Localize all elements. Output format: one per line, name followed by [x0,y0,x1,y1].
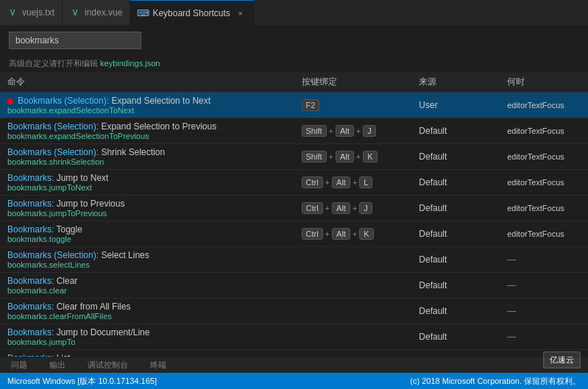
keybinding-cell: F2 [294,93,412,118]
key-plus: + [329,152,333,161]
source-cell: Default [411,247,500,273]
key-badge: J [359,202,372,214]
cmd-cell: Bookmarks: Listbookmarks.list [0,350,294,357]
cmd-cell: Bookmarks: Clearbookmarks.clear [0,273,294,299]
cmd-name-suffix: Jump to Next [54,173,108,183]
cmd-id: bookmarks.expandSelectionToPrevious [7,132,287,140]
cmd-name-suffix: Toggle [54,224,82,235]
table-row[interactable]: Bookmarks: Clearbookmarks.clearDefault— [0,273,588,299]
source-cell: User [411,93,500,118]
key-badge: Ctrl [302,202,323,214]
key-plus: + [356,152,361,161]
key-badge: K [363,151,377,163]
vuejs-tab-icon: V [7,7,18,18]
keybinding-cell: Shift + Alt + J [294,118,412,144]
cmd-cell: Bookmarks: Togglebookmarks.toggle [0,221,294,247]
cmd-name-suffix: Clear from All Files [54,301,130,312]
cmd-name-prefix: Bookmarks (Selection): [7,250,99,260]
keybindings-link[interactable]: keybindings.json [100,59,160,68]
cmd-name-prefix: Bookmarks: [7,276,54,286]
key-plus: + [356,126,361,135]
panel-tab-problems[interactable]: 问题 [7,360,31,371]
cmd-name-suffix: Jump to Document/Line [54,327,149,338]
source-cell: Default [411,144,500,170]
key-plus: + [325,178,330,187]
key-badge: Alt [332,202,350,214]
source-cell: Default [411,350,500,357]
keybinding-cell [294,247,412,273]
key-badge: K [359,228,373,240]
shortcuts-table: 命令 按键绑定 来源 何时 Bookmarks (Selection): Exp… [0,72,588,357]
cmd-name-suffix: Select Lines [99,250,149,260]
tab-keyboard-shortcuts[interactable]: ⌨ Keyboard Shortcuts × [130,0,254,25]
key-badge: Ctrl [302,228,323,240]
status-bar: Microsoft Windows [版本 10.0.17134.165] (c… [0,373,588,389]
table-row[interactable]: Bookmarks (Selection): Expand Selection … [0,118,588,144]
tab-keyboard-shortcuts-label: Keyboard Shortcuts [152,8,230,18]
source-cell: Default [411,273,500,299]
table-row[interactable]: Bookmarks: Jump to Nextbookmarks.jumpToN… [0,170,588,196]
cmd-id: bookmarks.clear [7,286,287,295]
cmd-cell: Bookmarks: Jump to Nextbookmarks.jumpToN… [0,170,294,196]
tab-bar: V vuejs.txt V index.vue ⌨ Keyboard Short… [0,0,588,26]
cmd-cell: Bookmarks: Clear from All Filesbookmarks… [0,299,294,324]
key-badge: F2 [302,99,320,111]
cmd-name-prefix: Bookmarks: [7,224,54,235]
tab-close-button[interactable]: × [235,7,247,19]
key-badge: Shift [302,151,327,163]
cmd-cell: Bookmarks (Selection): Select Linesbookm… [0,247,294,273]
source-cell: Default [411,196,500,221]
when-cell: — [500,273,588,299]
table-header-row: 命令 按键绑定 来源 何时 [0,72,588,93]
tab-index-vue[interactable]: V index.vue [63,0,130,25]
cmd-id: bookmarks.shrinkSelection [7,157,287,166]
col-when: 何时 [500,72,588,93]
keybinding-combo: Ctrl + Alt + L [302,176,373,188]
key-badge: Ctrl [302,176,323,188]
cmd-cell: Bookmarks (Selection): Expand Selection … [0,118,294,144]
cmd-cell: Bookmarks (Selection): Shrink Selectionb… [0,144,294,170]
table-row[interactable]: Bookmarks: Listbookmarks.listDefault— [0,350,588,357]
cmd-id: bookmarks.clearFromAllFiles [7,312,287,321]
table-row[interactable]: Bookmarks (Selection): Expand Selection … [0,93,588,118]
status-left: Microsoft Windows [版本 10.0.17134.165] [7,376,157,387]
search-bar [0,26,588,55]
status-windows-version: Microsoft Windows [版本 10.0.17134.165] [7,376,157,387]
source-cell: Default [411,170,500,196]
tab-vuejs[interactable]: V vuejs.txt [0,0,63,25]
cmd-cell: Bookmarks: Jump to Document/Linebookmark… [0,324,294,350]
cmd-name-suffix: Clear [54,276,77,286]
when-cell: editorTextFocus [500,144,588,170]
tab-index-vue-label: index.vue [85,7,122,18]
cmd-name-prefix: Bookmarks: [7,301,54,312]
table-row[interactable]: Bookmarks (Selection): Select Linesbookm… [0,247,588,273]
cmd-id: bookmarks.jumpToPrevious [7,209,287,218]
table-row[interactable]: Bookmarks: Jump to Document/Linebookmark… [0,324,588,350]
panel-tab-output[interactable]: 输出 [46,360,69,371]
table-row[interactable]: Bookmarks: Jump to Previousbookmarks.jum… [0,196,588,221]
key-badge: Shift [302,125,327,137]
keybinding-cell: Ctrl + Alt + K [294,221,412,247]
cmd-name-suffix: Jump to Previous [54,199,124,209]
index-vue-tab-icon: V [70,7,80,18]
cmd-cell: Bookmarks (Selection): Expand Selection … [0,93,294,118]
search-input[interactable] [9,32,141,49]
keyboard-tab-icon: ⌨ [138,8,148,18]
when-cell: editorTextFocus [500,118,588,144]
key-plus: + [353,204,357,213]
panel-tab-debug-console[interactable]: 调试控制台 [84,360,132,371]
keybinding-cell [294,273,412,299]
source-cell: Default [411,118,500,144]
cmd-id: bookmarks.toggle [7,235,287,243]
cmd-name-prefix: Bookmarks: [7,327,54,338]
keybinding-combo: F2 [302,99,320,111]
table-row[interactable]: Bookmarks: Clear from All Filesbookmarks… [0,299,588,324]
when-cell: editorTextFocus [500,93,588,118]
col-source: 来源 [411,72,500,93]
table-row[interactable]: Bookmarks: Togglebookmarks.toggleCtrl + … [0,221,588,247]
keybinding-cell [294,299,412,324]
cmd-name-prefix: Bookmarks: [7,199,54,209]
when-cell: editorTextFocus [500,196,588,221]
panel-tab-terminal[interactable]: 终端 [146,360,170,371]
table-row[interactable]: Bookmarks (Selection): Shrink Selectionb… [0,144,588,170]
